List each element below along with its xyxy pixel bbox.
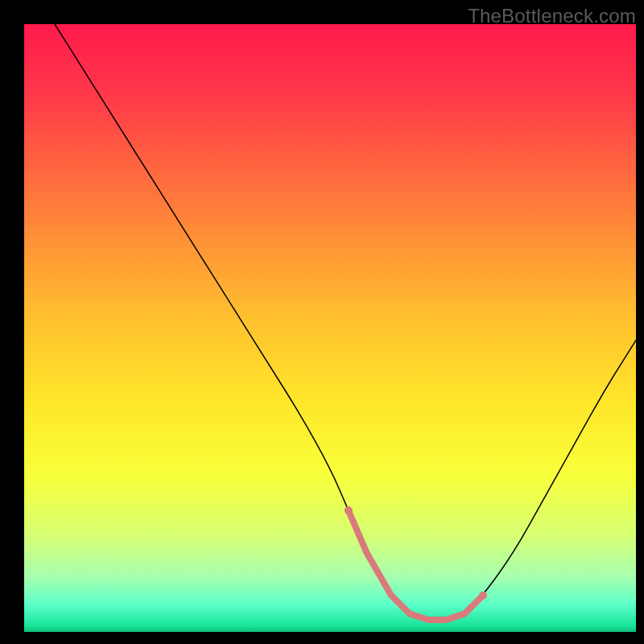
chart-frame: TheBottleneck.com <box>0 0 644 644</box>
highlight-endcap <box>479 592 487 600</box>
bottleneck-chart <box>0 0 644 644</box>
gradient-background <box>24 24 636 632</box>
watermark-text: TheBottleneck.com <box>468 5 636 27</box>
highlight-endcap <box>345 506 353 514</box>
